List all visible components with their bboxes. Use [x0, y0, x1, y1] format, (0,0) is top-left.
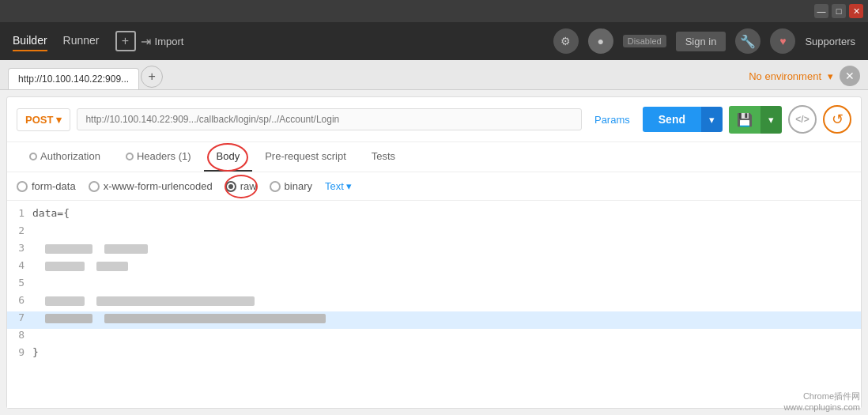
no-environment-label[interactable]: No environment	[749, 70, 821, 82]
close-button[interactable]: ✕	[849, 4, 863, 18]
new-tab-button[interactable]: +	[141, 66, 163, 88]
tab-authorization-radio	[29, 153, 37, 160]
tab-authorization[interactable]: Authorization	[17, 142, 113, 172]
url-tab-active[interactable]: http://10.100.140.22:909...	[8, 68, 139, 89]
code-line-8: 8	[7, 329, 861, 346]
environment-icon[interactable]: ✕	[840, 66, 860, 86]
url-input[interactable]	[77, 108, 582, 130]
radio-urlencoded	[89, 181, 100, 192]
sign-in-button[interactable]: Sign in	[676, 32, 726, 51]
main-content: POST ▾ Params Send ▾ 💾 ▾ </> ↺ Authoriza…	[6, 96, 862, 409]
disabled-badge: Disabled	[623, 35, 666, 47]
new-collection-area: + ⇥ Import	[115, 31, 184, 51]
code-button[interactable]: </>	[788, 105, 817, 134]
send-btn-group: Send ▾	[643, 107, 723, 132]
tab-body[interactable]: Body	[204, 142, 253, 172]
wrench-icon[interactable]: 🔧	[735, 28, 760, 54]
code-line-1: 1 data={	[7, 207, 861, 224]
maximize-button[interactable]: □	[832, 4, 846, 18]
tab-tests[interactable]: Tests	[359, 142, 408, 172]
opt-raw[interactable]: raw	[225, 180, 257, 192]
tab-builder[interactable]: Builder	[13, 31, 47, 51]
tab-body-wrapper: Body	[204, 142, 253, 172]
footer-watermark: Chrome插件网 www.cnplugins.com	[783, 390, 860, 412]
sync-icon[interactable]: ●	[588, 28, 613, 54]
send-button[interactable]: Send	[643, 107, 701, 132]
toolbar-left: Builder Runner + ⇥ Import	[13, 31, 538, 51]
env-chevron-icon[interactable]: ▾	[828, 70, 833, 82]
reset-button[interactable]: ↺	[823, 105, 851, 134]
opt-raw-wrapper: raw	[225, 180, 257, 192]
save-btn-group: 💾 ▾	[729, 106, 782, 134]
opt-urlencoded[interactable]: x-www-form-urlencoded	[89, 180, 213, 192]
code-line-5: 5	[7, 277, 861, 294]
radio-raw	[225, 181, 236, 192]
radio-binary	[270, 181, 281, 192]
radio-form-data	[17, 181, 28, 192]
save-dropdown-button[interactable]: ▾	[760, 106, 782, 134]
tab-headers[interactable]: Headers (1)	[113, 142, 204, 172]
send-dropdown-button[interactable]: ▾	[701, 107, 723, 132]
opt-form-data[interactable]: form-data	[17, 180, 76, 192]
code-line-3: 3	[7, 242, 861, 259]
new-tab-icon[interactable]: +	[115, 31, 136, 51]
heart-icon[interactable]: ♥	[770, 28, 795, 54]
code-line-7: 7	[7, 311, 861, 329]
method-chevron-icon: ▾	[56, 114, 62, 126]
request-line: POST ▾ Params Send ▾ 💾 ▾ </> ↺	[7, 97, 861, 142]
method-select[interactable]: POST ▾	[17, 108, 70, 131]
tab-headers-radio	[126, 153, 134, 160]
params-link[interactable]: Params	[588, 114, 636, 126]
opt-binary[interactable]: binary	[270, 180, 312, 192]
import-icon[interactable]: ⇥ Import	[141, 34, 184, 49]
code-line-6: 6	[7, 294, 861, 311]
code-line-9: 9 }	[7, 346, 861, 364]
code-line-2: 2	[7, 224, 861, 242]
save-button[interactable]: 💾	[729, 106, 760, 134]
code-editor[interactable]: 1 data={ 2 3 4 5 6	[7, 201, 861, 408]
toolbar-right: ⚙ ● Disabled Sign in 🔧 ♥ Supporters	[553, 28, 855, 54]
supporters-label: Supporters	[805, 36, 855, 47]
text-dropdown-chevron-icon: ▾	[346, 180, 352, 192]
code-line-4: 4	[7, 259, 861, 277]
settings-wheel-icon[interactable]: ⚙	[553, 28, 579, 54]
body-options: form-data x-www-form-urlencoded raw bina…	[7, 172, 861, 201]
text-format-dropdown[interactable]: Text ▾	[325, 180, 352, 192]
tab-prerequest[interactable]: Pre-request script	[252, 142, 359, 172]
title-bar: — □ ✕	[0, 0, 868, 22]
tab-runner[interactable]: Runner	[63, 31, 100, 51]
environment-area: No environment ▾ ✕	[749, 66, 860, 89]
request-tabs: Authorization Headers (1) Body Pre-reque…	[7, 142, 861, 172]
top-toolbar: Builder Runner + ⇥ Import ⚙ ● Disabled S…	[0, 22, 868, 60]
minimize-button[interactable]: —	[814, 4, 828, 18]
url-tab-strip: http://10.100.140.22:909... + No environ…	[0, 60, 868, 90]
